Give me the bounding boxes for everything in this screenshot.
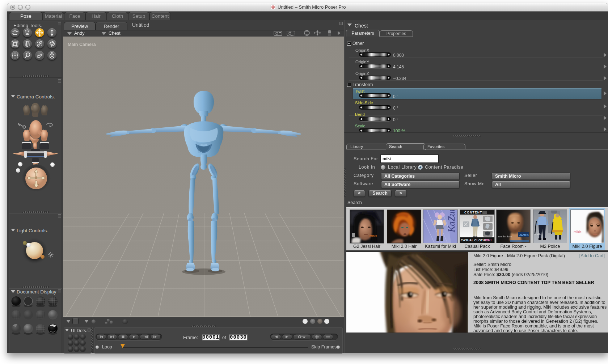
svg-text:JAMES: JAMES bbox=[519, 233, 529, 237]
svg-text:MIKI: MIKI bbox=[485, 238, 491, 242]
svg-text:KaZumi: KaZumi bbox=[446, 210, 457, 233]
svg-text:smithmicro: smithmicro bbox=[498, 235, 512, 238]
svg-text:mikie: mikie bbox=[370, 234, 377, 237]
svg-text:smith: smith bbox=[535, 233, 541, 236]
svg-text:Main Camera: Main Camera bbox=[68, 42, 96, 47]
svg-text:CONTENT: CONTENT bbox=[464, 211, 482, 214]
svg-text:mikie: mikie bbox=[574, 230, 582, 234]
